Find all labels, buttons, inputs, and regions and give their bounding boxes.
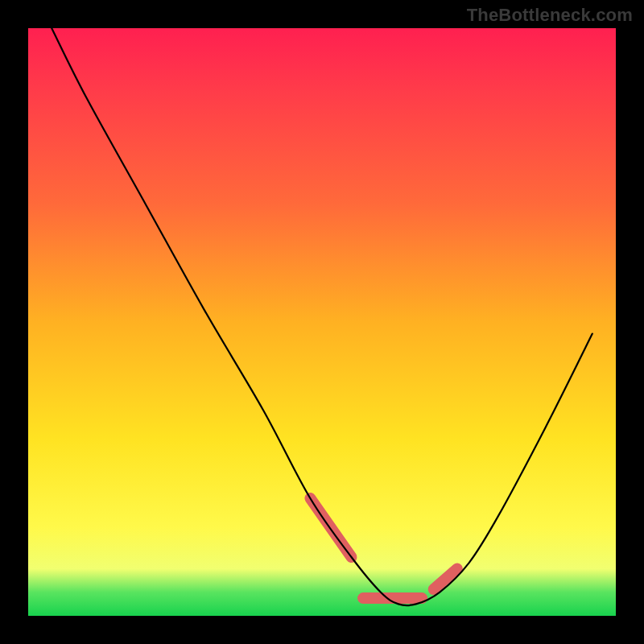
chart-svg — [28, 28, 616, 616]
chart-frame: TheBottleneck.com — [0, 0, 644, 644]
plot-area — [28, 28, 616, 616]
highlight-group — [310, 498, 457, 598]
watermark-text: TheBottleneck.com — [467, 5, 633, 26]
